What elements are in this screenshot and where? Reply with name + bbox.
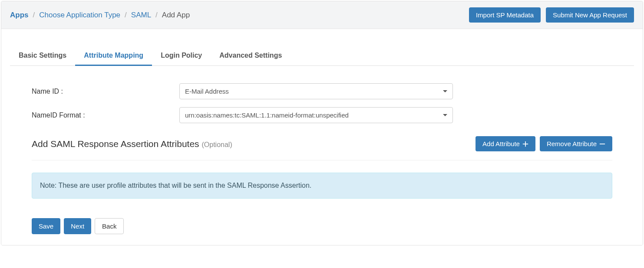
- breadcrumb-saml[interactable]: SAML: [131, 11, 151, 20]
- submit-new-app-request-button[interactable]: Submit New App Request: [546, 7, 634, 23]
- tab-attribute-mapping[interactable]: Attribute Mapping: [75, 46, 152, 66]
- import-sp-metadata-button[interactable]: Import SP Metadata: [469, 7, 541, 23]
- breadcrumb-choose-type[interactable]: Choose Application Type: [39, 11, 120, 20]
- section-title-text: Add SAML Response Assertion Attributes: [32, 139, 199, 149]
- minus-icon: [599, 141, 605, 147]
- breadcrumb-sep: /: [33, 11, 35, 20]
- section-actions: Add Attribute Remove Attribute: [476, 136, 612, 151]
- nameid-format-label: NameID Format :: [32, 111, 179, 119]
- page-container: Apps / Choose Application Type / SAML / …: [1, 1, 643, 245]
- assertion-attributes-section: Add SAML Response Assertion Attributes (…: [32, 136, 612, 160]
- next-button[interactable]: Next: [64, 218, 91, 234]
- name-id-label: Name ID :: [32, 88, 179, 95]
- name-id-row: Name ID : E-Mail Address: [32, 83, 612, 99]
- back-button[interactable]: Back: [95, 218, 124, 234]
- breadcrumb: Apps / Choose Application Type / SAML / …: [10, 11, 190, 20]
- remove-attribute-label: Remove Attribute: [547, 140, 597, 147]
- nameid-format-row: NameID Format : urn:oasis:names:tc:SAML:…: [32, 107, 612, 123]
- content-area: Basic Settings Attribute Mapping Login P…: [1, 46, 643, 245]
- remove-attribute-button[interactable]: Remove Attribute: [540, 136, 612, 151]
- tab-advanced-settings[interactable]: Advanced Settings: [211, 46, 291, 66]
- nameid-format-select[interactable]: urn:oasis:names:tc:SAML:1.1:nameid-forma…: [179, 107, 453, 123]
- tab-basic-settings[interactable]: Basic Settings: [10, 46, 75, 66]
- name-id-select[interactable]: E-Mail Address: [179, 83, 453, 99]
- add-attribute-button[interactable]: Add Attribute: [476, 136, 535, 151]
- add-attribute-label: Add Attribute: [482, 140, 520, 147]
- breadcrumb-apps[interactable]: Apps: [10, 11, 29, 20]
- plus-icon: [522, 141, 528, 147]
- breadcrumb-current: Add App: [162, 11, 190, 20]
- tab-login-policy[interactable]: Login Policy: [152, 46, 211, 66]
- tab-bar: Basic Settings Attribute Mapping Login P…: [10, 46, 634, 66]
- header-actions: Import SP Metadata Submit New App Reques…: [469, 7, 634, 23]
- footer-actions: Save Next Back: [10, 218, 634, 236]
- note-box: Note: These are user profile attributes …: [32, 173, 612, 199]
- save-button[interactable]: Save: [32, 218, 60, 234]
- form-area: Name ID : E-Mail Address NameID Format :…: [10, 66, 634, 199]
- header-bar: Apps / Choose Application Type / SAML / …: [1, 1, 643, 29]
- breadcrumb-sep: /: [155, 11, 158, 20]
- breadcrumb-sep: /: [125, 11, 127, 20]
- section-title: Add SAML Response Assertion Attributes (…: [32, 139, 232, 149]
- section-optional: (Optional): [201, 141, 232, 148]
